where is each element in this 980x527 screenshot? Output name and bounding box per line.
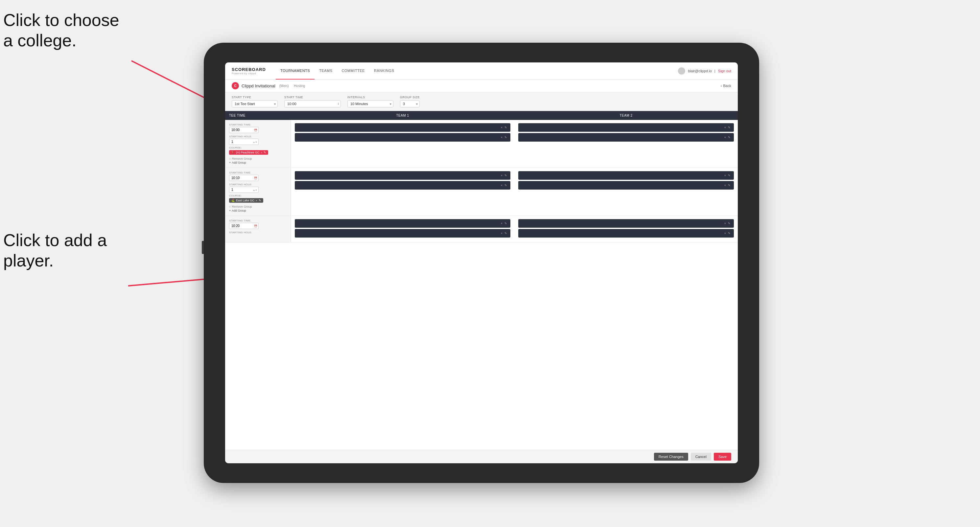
player-edit-icon[interactable]: ✎ — [504, 184, 507, 187]
nav-link-committee[interactable]: COMMITTEE — [337, 62, 370, 79]
back-chevron-icon: ‹ — [721, 84, 722, 88]
starting-hole-select-wrap-2: 12 ▲▼ — [229, 187, 259, 193]
remove-group-2[interactable]: ○ Remove Group — [229, 205, 286, 208]
starting-hole-label-3: STARTING HOLE: — [229, 231, 286, 234]
course-tag-icon-2: ⛳ — [231, 199, 235, 202]
starting-time-input-wrap-2: ⏰ — [229, 175, 259, 181]
select-arrows-1: ▲▼ — [253, 141, 257, 143]
starting-time-label-2: STARTING TIME: — [229, 171, 286, 174]
player-edit-icon[interactable]: ✎ — [728, 174, 730, 177]
start-type-group: Start Type 1st Tee Start Shotgun Start — [232, 95, 278, 108]
nav-bar: SCOREBOARD Powered by clippd TOURNAMENTS… — [225, 62, 738, 79]
schedule-table: Tee Time Team 1 Team 2 STARTING TIME: ⏰ … — [225, 111, 738, 243]
team2-row-2: × ✎ × ✎ — [514, 168, 738, 216]
player-edit-icon[interactable]: ✎ — [728, 136, 730, 139]
course-tag-edit-1[interactable]: ✎ — [264, 151, 266, 154]
group-size-group: Group Size 3 2 4 — [400, 95, 420, 108]
player-remove-icon[interactable]: × — [724, 174, 726, 177]
player-edit-icon[interactable]: ✎ — [504, 174, 507, 177]
player-row-actions: × ✎ — [724, 184, 730, 187]
group-size-select[interactable]: 3 2 4 — [400, 100, 420, 108]
table-header: Tee Time Team 1 Team 2 — [225, 111, 738, 120]
remove-group-label-1: Remove Group — [232, 157, 252, 160]
player-remove-icon[interactable]: × — [724, 126, 726, 129]
add-group-2[interactable]: + Add Group — [229, 209, 286, 212]
select-arrows-2: ▲▼ — [253, 189, 257, 191]
course-tag-edit-2[interactable]: ✎ — [259, 199, 261, 202]
player-remove-icon[interactable]: × — [724, 232, 726, 235]
time-icon-1: ⏰ — [254, 129, 257, 132]
course-label-1: COURSE: — [229, 146, 286, 149]
starting-hole-label-1: STARTING HOLE: — [229, 135, 286, 138]
player-row-actions: × ✎ — [724, 222, 730, 225]
hosting-badge: Hosting — [294, 84, 305, 88]
footer: Reset Changes Cancel Save — [225, 450, 738, 463]
player-row-actions: × ✎ — [501, 222, 507, 225]
player-remove-icon[interactable]: × — [501, 126, 503, 129]
course-tag-remove-1[interactable]: × — [261, 151, 262, 154]
player-edit-icon[interactable]: ✎ — [504, 232, 507, 235]
reset-changes-button[interactable]: Reset Changes — [654, 453, 688, 460]
player-edit-icon[interactable]: ✎ — [728, 184, 730, 187]
player-remove-icon[interactable]: × — [501, 222, 503, 225]
player-remove-icon[interactable]: × — [501, 136, 503, 139]
back-button[interactable]: ‹ Back — [721, 84, 731, 88]
nav-logo: SCOREBOARD Powered by clippd — [232, 67, 266, 75]
cancel-button[interactable]: Cancel — [691, 453, 711, 460]
table-row: STARTING TIME: ⏰ STARTING HOLE: 12 ▲▼ — [225, 168, 738, 216]
nav-links: TOURNAMENTS TEAMS COMMITTEE RANKINGS — [276, 62, 678, 79]
nav-link-rankings[interactable]: RANKINGS — [369, 62, 399, 79]
page-header-left: C Clippd Invitational (Men) Hosting — [232, 82, 305, 89]
player-edit-icon[interactable]: ✎ — [504, 136, 507, 139]
add-group-1[interactable]: + Add Group — [229, 161, 286, 164]
player-remove-icon[interactable]: × — [501, 174, 503, 177]
sign-out-link[interactable]: Sign out — [718, 69, 731, 73]
annotation-choose-college: Click to choose a college. — [3, 10, 128, 51]
col-tee-time: Tee Time — [225, 111, 291, 120]
player-edit-icon[interactable]: ✎ — [728, 222, 730, 225]
player-remove-icon[interactable]: × — [724, 136, 726, 139]
nav-link-teams[interactable]: TEAMS — [315, 62, 337, 79]
remove-group-1[interactable]: ○ Remove Group — [229, 157, 286, 160]
player-row-actions: × ✎ — [724, 126, 730, 129]
tournament-division: (Men) — [279, 84, 289, 88]
remove-group-icon-1: ○ — [229, 157, 231, 160]
tablet-side-button — [202, 241, 204, 254]
start-time-input[interactable] — [284, 100, 341, 108]
course-tag-remove-2[interactable]: × — [256, 199, 257, 202]
starting-hole-label-2: STARTING HOLE: — [229, 183, 286, 186]
col-team1: Team 1 — [291, 111, 514, 120]
player-remove-icon[interactable]: × — [724, 184, 726, 187]
intervals-label: Intervals — [347, 95, 393, 99]
player-remove-icon[interactable]: × — [501, 184, 503, 187]
starting-time-input-wrap-1: ⏰ — [229, 127, 259, 133]
course-tag-1: 🏌 (A) Peachtree GC × ✎ — [229, 150, 268, 155]
player-remove-icon[interactable]: × — [724, 222, 726, 225]
player-remove-icon[interactable]: × — [501, 232, 503, 235]
page-logo-icon: C — [232, 82, 239, 89]
start-time-label: Start Time — [284, 95, 341, 99]
course-tag-2: ⛳ East Lake GC × ✎ — [229, 198, 263, 203]
avatar — [678, 67, 685, 75]
player-edit-icon[interactable]: ✎ — [728, 232, 730, 235]
group-size-label: Group Size — [400, 95, 420, 99]
intervals-group: Intervals 10 Minutes 8 Minutes 12 Minute… — [347, 95, 393, 108]
col-team2: Team 2 — [514, 111, 738, 120]
tablet-screen: SCOREBOARD Powered by clippd TOURNAMENTS… — [225, 62, 738, 463]
player-edit-icon[interactable]: ✎ — [504, 126, 507, 129]
remove-group-icon-2: ○ — [229, 205, 231, 208]
nav-link-tournaments[interactable]: TOURNAMENTS — [276, 62, 315, 79]
start-type-select[interactable]: 1st Tee Start Shotgun Start — [232, 100, 278, 108]
player-row: × ✎ — [518, 229, 734, 238]
group-size-select-wrap: 3 2 4 — [400, 100, 420, 108]
player-row-actions: × ✎ — [501, 126, 507, 129]
save-button[interactable]: Save — [714, 453, 731, 460]
player-edit-icon[interactable]: ✎ — [728, 126, 730, 129]
intervals-select[interactable]: 10 Minutes 8 Minutes 12 Minutes — [347, 100, 393, 108]
player-row: × ✎ — [518, 219, 734, 228]
player-row-actions: × ✎ — [501, 174, 507, 177]
player-edit-icon[interactable]: ✎ — [504, 222, 507, 225]
starting-time-input-wrap-3: ⏰ — [229, 223, 259, 229]
nav-logo-sub: Powered by clippd — [232, 72, 266, 75]
team2-row-3: × ✎ × ✎ — [514, 216, 738, 242]
